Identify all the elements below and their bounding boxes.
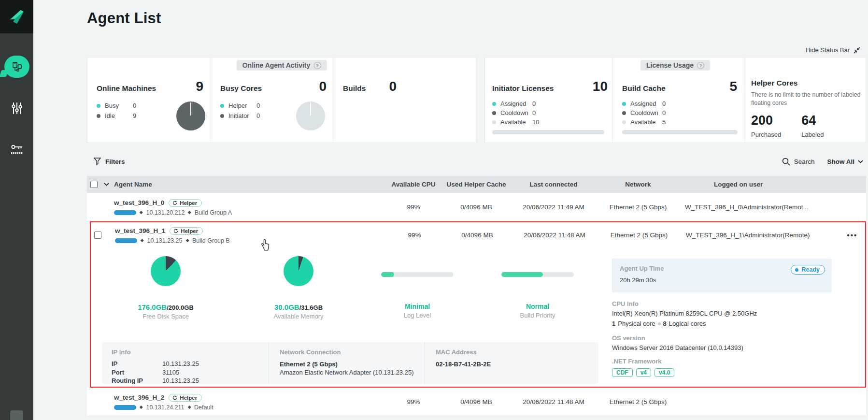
agent-ip: 10.131.20.212 <box>146 209 185 216</box>
app-logo[interactable] <box>0 0 33 33</box>
column-used-helper-cache[interactable]: Used Helper Cache <box>446 181 506 188</box>
separator-dot <box>658 322 661 325</box>
logical-cores-value: 8 <box>663 320 667 327</box>
search-button[interactable]: Search <box>782 158 815 166</box>
logical-cores-label: Logical cores <box>669 320 706 327</box>
dotnet-badges: CDF v4 v4.0 <box>612 368 832 377</box>
select-all-checkbox[interactable] <box>90 181 98 188</box>
network-value: Ethernet 2 (5 Gbps) <box>610 398 667 406</box>
initiator-licenses-section: Initiator Licenses 10 Assigned0 Cooldown… <box>485 58 612 143</box>
uptime-box: Agent Up Time 20h 29m 30s Ready <box>612 259 832 292</box>
separator-diamond <box>188 406 191 408</box>
main-content: Agent List Hide Status Bar Online Agent … <box>33 0 868 420</box>
agent-info-panel: Agent Up Time 20h 29m 30s Ready CPU Info… <box>612 259 832 377</box>
build-priority-value: Normal <box>480 303 596 310</box>
routing-ip-key: Routing IP <box>112 377 162 385</box>
legend-label: Available <box>630 118 662 126</box>
row-menu-button[interactable]: ••• <box>847 231 858 239</box>
initiator-licenses-legend: Assigned0 Cooldown0 Available10 <box>492 100 608 126</box>
expand-all-chevron-icon[interactable] <box>104 183 109 186</box>
os-version-label: OS version <box>612 334 832 342</box>
free-disk-total: /200.0GB <box>167 304 194 311</box>
capacity-pill <box>114 210 136 215</box>
agent-row-w_test_396_H_1[interactable]: w_test_396_H_1 Helper 10.131.23.25 <box>91 222 865 247</box>
column-agent-name[interactable]: Agent Name <box>114 181 384 188</box>
agent-row-w_test_396_H_2[interactable]: w_test_396_H_2 Helper 10.131.24.211 Defa… <box>87 388 866 416</box>
sidebar-item-license[interactable] <box>0 139 33 161</box>
build-cache-section: Build Cache 5 Assigned0 Cooldown0 Availa… <box>612 58 744 143</box>
chevron-down-icon <box>858 160 863 163</box>
ready-label: Ready <box>801 266 820 273</box>
sidebar-item-settings[interactable] <box>0 97 33 119</box>
online-machines-title: Online Machines <box>97 84 156 93</box>
highlighted-expanded-row: w_test_396_H_1 Helper 10.131.23.25 <box>90 221 866 388</box>
ip-info-section: IP Info IP10.131.23.25 Port31105 Routing… <box>102 342 269 384</box>
ip-value: 10.131.23.25 <box>162 360 199 368</box>
used-helper-cache-value: 0/4096 MB <box>460 203 492 211</box>
build-priority-metric: Normal Build Priority <box>480 256 596 319</box>
legend-label: Cooldown <box>630 109 662 116</box>
legend-value: 0 <box>532 109 536 116</box>
os-version-value: Windows Server 2016 Datacenter (10.0.143… <box>612 344 832 351</box>
column-last-connected[interactable]: Last connected <box>529 181 577 188</box>
helper-cores-note: There is no limit to the number of label… <box>751 91 861 107</box>
legend-value: 10 <box>532 118 539 126</box>
column-network[interactable]: Network <box>625 181 651 188</box>
agent-row-w_test_396_H_0[interactable]: w_test_396_H_0 Helper 10.131.20.212 Buil… <box>87 193 866 221</box>
legend-label: Busy <box>105 102 133 109</box>
legend-label: Assigned <box>500 100 532 107</box>
helper-badge-label: Helper <box>181 228 198 234</box>
column-available-cpu[interactable]: Available CPU <box>391 181 435 188</box>
cpu-model: Intel(R) Xeon(R) Platinum 8259CL CPU @ 2… <box>612 310 832 317</box>
busy-cores-value: 0 <box>319 79 327 94</box>
busy-cores-pie <box>296 101 325 130</box>
ip-key: IP <box>112 360 162 368</box>
sliders-icon <box>12 102 22 115</box>
separator-diamond <box>140 406 142 408</box>
activity-sections: Online Machines 9 Busy0 Idle9 Busy Cores… <box>87 58 476 143</box>
free-disk-pie <box>151 256 181 286</box>
helper-badge: Helper <box>169 199 202 207</box>
legend-label: Initiator <box>228 112 256 119</box>
dotnet-badge-v4-0: v4.0 <box>655 368 674 377</box>
show-all-dropdown[interactable]: Show All <box>827 158 864 165</box>
page-title: Agent List <box>87 10 161 27</box>
build-priority-label: Build Priority <box>480 312 596 319</box>
dotnet-badge-cdf: CDF <box>612 368 633 377</box>
column-logged-on-user[interactable]: Logged on user <box>679 181 763 188</box>
network-connection-section: Network Connection Ethernet 2 (5 Gbps) A… <box>269 342 425 384</box>
labeled-value: 64 <box>801 113 824 128</box>
row-checkbox[interactable] <box>94 232 101 239</box>
capacity-pill <box>115 238 137 243</box>
separator-diamond <box>188 211 191 214</box>
sidebar-bottom-item[interactable] <box>10 410 23 420</box>
available-cpu-value: 99% <box>407 203 420 211</box>
helper-sync-icon <box>173 229 178 233</box>
network-connection-label: Network Connection <box>280 348 414 356</box>
legend-value: 0 <box>662 100 666 107</box>
table-toolbar: Filters Search Show All <box>87 154 866 169</box>
filters-button[interactable]: Filters <box>94 158 125 165</box>
labeled-block: 64 Labeled <box>801 113 824 138</box>
helper-badge: Helper <box>169 394 202 402</box>
filters-label: Filters <box>105 158 125 165</box>
collapse-icon <box>854 47 860 54</box>
network-value: Ethernet 2 (5 Gbps) <box>611 232 668 239</box>
dotnet-block: .NET Framework CDF v4 v4.0 <box>612 358 832 377</box>
os-version-block: OS version Windows Server 2016 Datacente… <box>612 334 832 351</box>
helper-dot <box>220 104 224 108</box>
dotnet-label: .NET Framework <box>612 358 832 365</box>
log-level-label: Log Level <box>359 312 475 319</box>
separator-diamond <box>141 239 143 242</box>
active-nav-pill <box>4 56 29 78</box>
used-helper-cache-value: 0/4096 MB <box>460 398 492 406</box>
uptime-value: 20h 29m 30s <box>620 276 824 284</box>
helper-badge-label: Helper <box>180 395 197 401</box>
hide-status-bar-button[interactable]: Hide Status Bar <box>806 46 860 54</box>
routing-ip-value: 10.131.23.25 <box>162 377 199 385</box>
free-disk-value: 176.0GB <box>138 303 167 311</box>
cpu-info-block: CPU Info Intel(R) Xeon(R) Platinum 8259C… <box>612 300 832 327</box>
helper-cores-title: Helper Cores <box>751 79 797 87</box>
available-cpu-value: 99% <box>407 398 420 406</box>
sidebar-item-agents[interactable] <box>0 56 33 78</box>
